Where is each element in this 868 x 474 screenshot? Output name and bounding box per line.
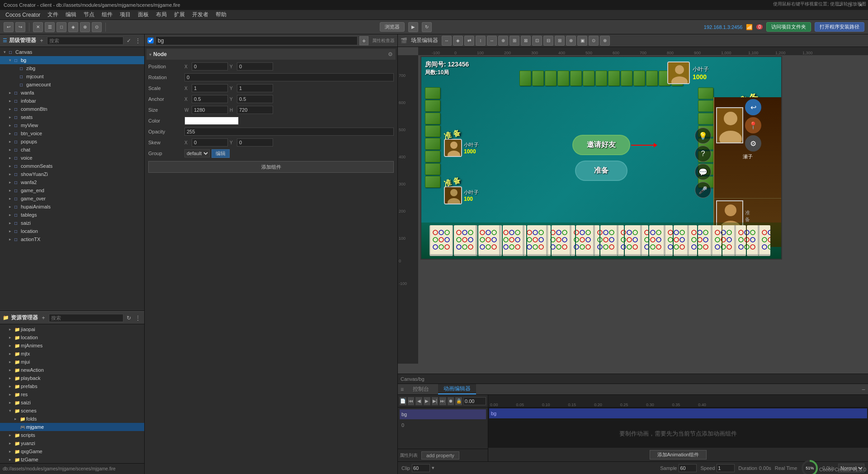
anim-record2[interactable]: ⏺ xyxy=(448,397,454,405)
asset-item-newaction[interactable]: ▸ 📁 newAction xyxy=(0,366,144,374)
light-button[interactable]: 💡 xyxy=(695,128,711,144)
scene-tool-7[interactable]: ⊞ xyxy=(509,36,519,46)
section-gear-icon[interactable]: ⚙ xyxy=(388,51,393,57)
mic-button[interactable]: 🎤 xyxy=(695,182,711,198)
asset-item-scripts[interactable]: ▸ 📁 scripts xyxy=(0,431,144,439)
tab-anim-editor[interactable]: 动画编辑器 xyxy=(438,384,476,394)
location-button[interactable]: 📍 xyxy=(745,117,761,133)
tree-item-chat[interactable]: ▸ □ chat xyxy=(0,146,144,154)
anchor-y-input[interactable] xyxy=(237,95,273,103)
scene-tool-8[interactable]: ⊠ xyxy=(521,36,531,46)
rotation-input[interactable] xyxy=(184,73,394,81)
anchor-x-input[interactable] xyxy=(192,95,228,103)
tree-item-actiontx[interactable]: ▸ □ actionTX xyxy=(0,235,144,243)
toolbar-btn-6[interactable]: ◈ xyxy=(68,22,78,32)
skew-x-input[interactable] xyxy=(192,138,228,147)
scene-tool-14[interactable]: ⊙ xyxy=(589,36,599,46)
node-search-input[interactable] xyxy=(47,37,123,45)
skew-y-input[interactable] xyxy=(237,138,273,147)
scene-tool-13[interactable]: ▣ xyxy=(577,36,587,46)
settings-button[interactable]: ⚙ xyxy=(745,135,761,152)
toolbar-btn-1[interactable]: ↩ xyxy=(4,22,14,32)
menu-item-app[interactable]: Cocos Creator xyxy=(2,12,44,18)
tree-item-wanfa[interactable]: ▸ □ wanfa xyxy=(0,89,144,97)
help-button[interactable]: ? xyxy=(695,146,711,162)
tree-item-myview[interactable]: ▸ □ myView xyxy=(0,121,144,129)
asset-item-jiaopai[interactable]: ▸ 📁 jiaopai xyxy=(0,325,144,333)
refresh-button[interactable]: ↻ xyxy=(422,22,432,32)
asset-item-tzgame[interactable]: ▸ 📁 tzGame xyxy=(0,455,144,463)
asset-add-button[interactable]: + xyxy=(40,314,47,322)
play-button[interactable]: ▶ xyxy=(408,22,418,32)
asset-item-mjtx[interactable]: ▸ 📁 mjtx xyxy=(0,350,144,358)
anim-next[interactable]: ▶| xyxy=(432,397,439,405)
asset-item-folds[interactable]: ▸ 📁 folds xyxy=(0,415,144,423)
scene-tool-3[interactable]: ⇄ xyxy=(464,36,474,46)
anim-play[interactable]: ▶ xyxy=(424,397,430,405)
menu-item-file[interactable]: 文件 xyxy=(44,11,62,19)
asset-item-playback[interactable]: ▸ 📁 playback xyxy=(0,374,144,382)
menu-item-extend[interactable]: 扩展 xyxy=(170,11,189,19)
asset-search-input[interactable] xyxy=(49,314,123,322)
tree-item-showyuanzi[interactable]: ▸ □ showYuanZi xyxy=(0,170,144,178)
position-x-input[interactable] xyxy=(192,62,228,71)
asset-item-mjanimes[interactable]: ▸ 📁 mjAnimes xyxy=(0,341,144,350)
group-edit-button[interactable]: 编辑 xyxy=(212,149,230,158)
tree-item-canvas[interactable]: ▾ □ Canvas xyxy=(0,48,144,56)
tree-item-zibg[interactable]: □ zibg xyxy=(0,64,144,72)
asset-item-res[interactable]: ▸ 📁 res xyxy=(0,390,144,398)
asset-refresh-button[interactable]: ↻ xyxy=(125,314,132,322)
asset-item-mjgame[interactable]: 🎮 mjgame xyxy=(0,423,144,431)
size-h-input[interactable] xyxy=(237,106,273,114)
scene-tool-5[interactable]: ↔ xyxy=(487,36,497,46)
tree-item-voice[interactable]: ▸ □ voice xyxy=(0,154,144,162)
scene-tool-1[interactable]: ↔ xyxy=(442,36,452,46)
group-select[interactable]: default xyxy=(184,149,210,157)
tree-item-popups[interactable]: ▸ □ popups xyxy=(0,137,144,146)
inspector-add-button[interactable]: + xyxy=(359,36,368,45)
menu-item-project[interactable]: 项目 xyxy=(116,11,134,19)
menu-item-node[interactable]: 节点 xyxy=(80,11,98,19)
back-button[interactable]: ↩ xyxy=(745,99,761,115)
menu-item-edit[interactable]: 编辑 xyxy=(62,11,80,19)
node-name-input[interactable] xyxy=(156,36,358,45)
anim-new-clip[interactable]: 📄 xyxy=(400,397,406,405)
anim-save[interactable]: 🔒 xyxy=(455,397,462,405)
asset-item-scenes[interactable]: ▾ 📁 scenes xyxy=(0,407,144,415)
asset-item-saizi[interactable]: ▸ 📁 saizi xyxy=(0,398,144,407)
clip-dropdown-icon[interactable]: ▾ xyxy=(432,465,434,471)
sample-input[interactable] xyxy=(679,464,697,472)
tree-item-commonseats[interactable]: ▸ □ commonSeats xyxy=(0,162,144,170)
speed-input[interactable] xyxy=(717,464,735,472)
color-picker[interactable] xyxy=(184,117,239,125)
scene-tool-6[interactable]: ⊕ xyxy=(498,36,508,46)
tree-item-wanfa2[interactable]: ▸ □ wanfa2 xyxy=(0,178,144,186)
asset-item-prefabs[interactable]: ▸ 📁 prefabs xyxy=(0,382,144,390)
add-component-button[interactable]: 添加组件 xyxy=(148,161,394,173)
toolbar-btn-4[interactable]: ☰ xyxy=(45,22,55,32)
scene-tool-4[interactable]: ↕ xyxy=(476,36,486,46)
tab-control[interactable]: 控制台 xyxy=(407,384,434,394)
scene-tool-9[interactable]: ⊡ xyxy=(532,36,542,46)
anim-record[interactable]: ⏭ xyxy=(439,397,446,405)
menu-item-help[interactable]: 帮助 xyxy=(212,11,230,19)
tree-item-commonbtn[interactable]: ▸ □ commonBtn xyxy=(0,105,144,113)
anim-prev-frame[interactable]: ⏮ xyxy=(408,397,415,405)
scale-x-input[interactable] xyxy=(192,84,228,92)
menu-item-layout[interactable]: 布局 xyxy=(152,11,170,19)
tree-item-game-over[interactable]: ▸ □ game_over xyxy=(0,194,144,203)
anim-time-input[interactable] xyxy=(463,397,486,405)
node-enabled-checkbox[interactable] xyxy=(147,38,154,43)
scene-canvas-container[interactable]: -100 0 100 200 300 400 500 600 700 800 9… xyxy=(398,47,868,374)
scene-tool-10[interactable]: ⊟ xyxy=(543,36,553,46)
scene-tool-11[interactable]: ⊞ xyxy=(555,36,565,46)
tree-item-seats[interactable]: ▸ □ seats xyxy=(0,113,144,121)
add-prop-button[interactable]: add property xyxy=(421,451,459,460)
toolbar-btn-2[interactable]: ↪ xyxy=(15,22,25,32)
menu-item-dev[interactable]: 开发者 xyxy=(189,11,212,19)
position-y-input[interactable] xyxy=(237,62,273,71)
anim-panel-minimize[interactable]: − xyxy=(862,386,865,393)
opacity-input[interactable] xyxy=(184,128,394,136)
clip-input[interactable] xyxy=(412,464,430,472)
toolbar-btn-3[interactable]: ✕ xyxy=(33,22,43,32)
